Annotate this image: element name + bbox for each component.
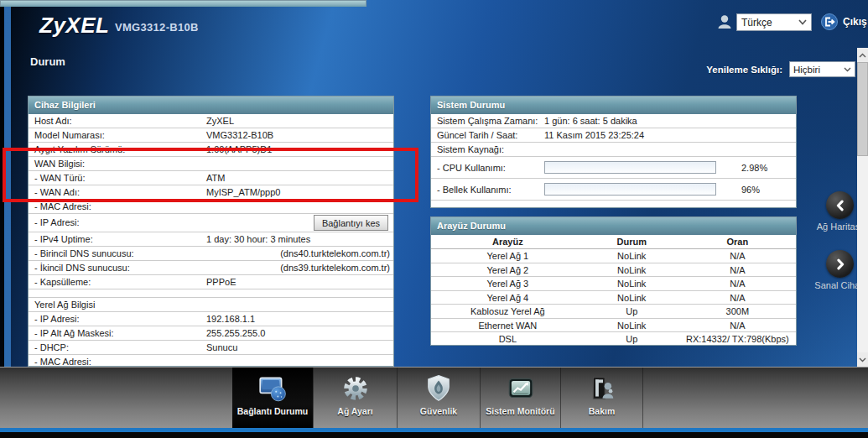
- field-label: Model Numarası:: [34, 128, 105, 142]
- interface-state: NoLink: [585, 249, 679, 263]
- field-value: ATM: [206, 171, 225, 185]
- disconnect-button[interactable]: Bağlantıyı kes: [314, 215, 388, 231]
- virtual-device-button[interactable]: [826, 250, 854, 278]
- device-info-row: - IP Alt Ağ Maskesi:255.255.255.0: [29, 326, 393, 341]
- column-header: Oran: [679, 235, 796, 248]
- field-value: 1 day: 30 hour: 3 minutes: [206, 232, 310, 246]
- usage-meter-row: - Bellek Kullanımı:96%: [431, 179, 796, 201]
- system-status-row: Sistem Kaynağı:: [431, 143, 796, 157]
- footer-black-strip: [0, 432, 868, 438]
- usage-meter: [544, 161, 716, 174]
- field-value: 11 Kasım 2015 23:25:24: [544, 128, 644, 142]
- column-header: Durum: [585, 235, 679, 248]
- interface-state: Up: [585, 332, 679, 346]
- nav-item-network-setting[interactable]: Ağ Ayarı: [313, 368, 397, 429]
- field-label: - IP Adresi:: [34, 214, 80, 232]
- refresh-rate-select[interactable]: Hiçbiri: [789, 61, 855, 77]
- device-info-row: - IPv4 Uptime:1 day: 30 hour: 3 minutes: [29, 232, 393, 247]
- device-info-row: Aygıt Yazılım Sürümü:1.00(AAPP5)D1: [29, 143, 393, 157]
- bottom-nav: Bağlantı DurumuAğ AyarıGüvenlikSistem Mo…: [0, 367, 868, 428]
- interface-state: Up: [585, 305, 679, 318]
- logout-label: Çıkış: [843, 16, 867, 28]
- next-panel-peek: [0, 0, 366, 7]
- page-title: Durum: [30, 55, 65, 68]
- table-row: Yerel Ağ 1NoLinkN/A: [431, 249, 796, 263]
- nav-item-label: Ağ Ayarı: [337, 406, 372, 416]
- scroll-up-button[interactable]: [857, 48, 868, 62]
- interface-state: NoLink: [585, 277, 679, 290]
- interface-name: Kablosuz Yerel Ağ: [431, 305, 585, 318]
- interface-state: NoLink: [585, 263, 679, 277]
- nav-item-system-monitor[interactable]: Sistem Monitörü: [480, 368, 560, 429]
- scroll-down-button[interactable]: [857, 352, 868, 367]
- scrollbar-thumb[interactable]: [857, 62, 868, 156]
- field-label: Yerel Ağ Bilgisi: [34, 298, 95, 311]
- interface-name: Ethernet WAN: [431, 319, 585, 332]
- interface-rate: RX:14332/ TX:798(Kbps): [679, 332, 796, 346]
- panel-title: Cihaz Bilgileri: [29, 96, 393, 114]
- device-info-row: - MAC Adresi:: [29, 200, 393, 214]
- field-value: PPPoE: [206, 275, 236, 289]
- field-value: MyISP_ATM/ppp0: [206, 185, 280, 199]
- device-info-row: - İkincil DNS sunucusu:(dns39.turkteleko…: [29, 261, 393, 275]
- nav-item-label: Bağlantı Durumu: [237, 406, 309, 416]
- nav-item-maintenance[interactable]: Bakım: [560, 368, 643, 429]
- interface-name: Yerel Ağ 4: [431, 291, 585, 305]
- panel-title: Sistem Durumu: [431, 96, 796, 114]
- table-row: Yerel Ağ 2NoLinkN/A: [431, 263, 796, 278]
- column-header: Arayüz: [431, 235, 585, 248]
- field-value: VMG3312-B10B: [206, 128, 273, 142]
- interface-rate: N/A: [679, 291, 796, 305]
- logout-icon: [821, 13, 838, 30]
- logout-button[interactable]: Çıkış: [821, 13, 867, 30]
- field-label: - IP Alt Ağ Maskesi:: [34, 326, 114, 340]
- language-selected-value: Türkçe: [741, 17, 772, 29]
- interface-status-panel: Arayüz Durumu ArayüzDurumOranYerel Ağ 1N…: [430, 216, 797, 346]
- table-row: DSLUpRX:14332/ TX:798(Kbps): [431, 332, 796, 346]
- interface-rate: N/A: [679, 319, 796, 332]
- maintenance-icon: [586, 373, 618, 404]
- field-value: (dns40.turktelekom.com.tr): [280, 247, 390, 260]
- device-info-row: Host Adı:ZyXEL: [29, 114, 393, 128]
- panel-title: Arayüz Durumu: [431, 217, 796, 235]
- nav-item-label: Bakım: [589, 406, 616, 416]
- network-map-button[interactable]: [826, 191, 854, 219]
- interface-rate: 300M: [679, 305, 796, 318]
- table-row: Yerel Ağ 4NoLinkN/A: [431, 291, 796, 305]
- interface-state: NoLink: [585, 319, 679, 332]
- nav-item-connection-status[interactable]: Bağlantı Durumu: [232, 368, 313, 429]
- field-label: - Bellek Kullanımı:: [431, 185, 544, 195]
- device-info-panel: Cihaz Bilgileri Host Adı:ZyXELModel Numa…: [28, 96, 394, 367]
- refresh-rate-label: Yenileme Sıklığı:: [706, 65, 782, 75]
- device-info-row: [29, 289, 393, 298]
- scrollbar[interactable]: [857, 48, 868, 367]
- usage-meter: [544, 183, 716, 196]
- field-label: - Kapsülleme:: [34, 275, 91, 289]
- device-info-row: - WAN Türü:ATM: [29, 171, 393, 185]
- field-label: - IPv4 Uptime:: [34, 232, 93, 246]
- table-row: Kablosuz Yerel AğUp300M: [431, 305, 796, 319]
- interface-name: DSL: [431, 332, 585, 346]
- user-icon: [715, 13, 734, 31]
- field-label: - WAN Adı:: [34, 185, 80, 199]
- interface-name: Yerel Ağ 3: [431, 277, 585, 290]
- field-value: 1 gün: 6 saat: 5 dakika: [544, 114, 637, 128]
- device-info-row: - WAN Adı:MyISP_ATM/ppp0: [29, 185, 393, 200]
- interface-rate: N/A: [679, 249, 796, 263]
- language-select[interactable]: Türkçe: [736, 13, 812, 31]
- table-row: Ethernet WANNoLinkN/A: [431, 319, 796, 333]
- interface-state: NoLink: [585, 291, 679, 305]
- security-icon: [423, 373, 455, 404]
- network-setting-icon: [340, 373, 372, 404]
- device-info-row: - IP Adresi:Bağlantıyı kes: [29, 214, 393, 232]
- field-label: Aygıt Yazılım Sürümü:: [34, 143, 125, 156]
- system-status-row: Güncel Tarih / Saat:11 Kasım 2015 23:25:…: [431, 128, 796, 143]
- system-monitor-icon: [505, 373, 537, 404]
- field-label: - CPU Kullanımı:: [431, 163, 544, 173]
- device-info-rows: Host Adı:ZyXELModel Numarası:VMG3312-B10…: [29, 114, 393, 367]
- field-label: Güncel Tarih / Saat:: [437, 128, 517, 142]
- nav-item-security[interactable]: Güvenlik: [397, 368, 480, 429]
- field-value: 192.168.1.1: [206, 312, 255, 326]
- field-value: 1.00(AAPP5)D1: [206, 143, 272, 156]
- field-label: - MAC Adresi:: [34, 200, 91, 213]
